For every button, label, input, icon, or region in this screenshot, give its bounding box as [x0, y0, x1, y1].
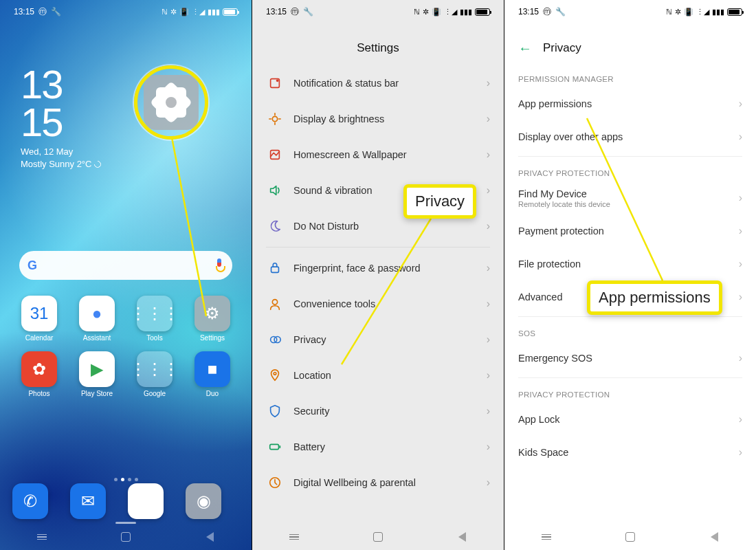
app-label: Google: [144, 390, 166, 397]
row-payment-protection[interactable]: Payment protection›: [504, 214, 756, 248]
nav-recents[interactable]: [287, 530, 301, 544]
section-header: PRIVACY PROTECTION: [504, 160, 756, 182]
row-display-over-other-apps[interactable]: Display over other apps›: [504, 120, 756, 153]
app-label: Settings: [200, 334, 225, 342]
nav-recents[interactable]: [35, 530, 49, 544]
row-file-protection[interactable]: File protection›: [504, 248, 756, 280]
nav-back[interactable]: [455, 530, 469, 544]
app-label: Photos: [28, 390, 49, 397]
chevron-right-icon: ›: [739, 258, 742, 270]
row-label: App Lock: [518, 414, 733, 425]
row-app-permissions[interactable]: App permissions›: [504, 87, 756, 120]
dock-camera[interactable]: ◉: [186, 483, 239, 519]
nav-home[interactable]: [623, 530, 637, 544]
nfc-icon: ℕ: [666, 8, 672, 16]
vibrate-icon: 📳: [432, 8, 441, 16]
dock-messages[interactable]: ✉: [70, 483, 124, 519]
app-play-store[interactable]: ▶Play Store: [70, 351, 124, 397]
divider: [518, 316, 742, 317]
row-emergency-sos[interactable]: Emergency SOS›: [504, 342, 756, 375]
clock-widget[interactable]: 13 15 Wed, 12 May Mostly Sunny 2°C: [21, 65, 101, 169]
battery-icon: [727, 8, 742, 16]
dock: ✆✉◉◉: [12, 483, 239, 519]
nfc-icon: ℕ: [162, 8, 168, 16]
chevron-right-icon: ›: [739, 225, 742, 237]
dock-icon: ◉: [128, 483, 164, 519]
app-settings[interactable]: ⚙Settings: [186, 296, 239, 342]
section-header: SOS: [504, 320, 756, 342]
app-icon: ✿: [21, 351, 57, 387]
google-logo-icon: G: [27, 258, 37, 273]
nav-home[interactable]: [371, 530, 385, 544]
section-header: PERMISSION MANAGER: [504, 65, 756, 87]
row-label: Payment protection: [518, 226, 733, 236]
app-assistant[interactable]: ●Assistant: [70, 296, 124, 342]
chevron-right-icon: ›: [739, 131, 742, 143]
row-find-my-device[interactable]: Find My DeviceRemotely locate this devic…: [504, 182, 756, 214]
refresh-icon: [93, 160, 102, 169]
app-label: Tools: [146, 334, 162, 342]
battery-icon: [223, 8, 238, 16]
dim-overlay: [252, 0, 504, 550]
settings-tile[interactable]: [144, 75, 199, 130]
clock-date: Wed, 12 May: [21, 146, 101, 157]
app-calendar[interactable]: 31Calendar: [12, 296, 66, 342]
vibrate-icon: 📳: [179, 8, 189, 16]
app-icon: ●: [79, 296, 115, 331]
m-icon: ⓜ: [543, 6, 551, 18]
chevron-right-icon: ›: [739, 98, 742, 110]
wrench-icon: 🔧: [555, 7, 566, 16]
row-label: Display over other apps: [518, 131, 733, 142]
chevron-right-icon: ›: [739, 291, 742, 303]
back-icon[interactable]: ←: [518, 41, 532, 56]
divider: [518, 156, 742, 157]
mic-icon[interactable]: [214, 258, 224, 272]
callout-privacy: Privacy: [403, 184, 476, 219]
dock-icon: ✆: [12, 483, 48, 519]
wifi-icon: ⋮◢: [696, 8, 709, 16]
nav-home[interactable]: [119, 530, 133, 544]
titlebar: ← Privacy: [504, 33, 756, 63]
wifi-icon: ⋮◢: [192, 8, 205, 16]
bluetooth-icon: ✲: [423, 8, 429, 16]
gear-icon: [156, 87, 186, 118]
clock-minutes: 15: [21, 103, 101, 141]
m-icon: ⓜ: [38, 6, 47, 18]
dock-chrome[interactable]: ◉: [128, 483, 181, 519]
row-app-lock[interactable]: App Lock›: [504, 403, 756, 436]
app-tools[interactable]: ⋮⋮⋮Tools: [128, 296, 181, 342]
app-icon: ▶: [79, 351, 115, 387]
clock-hours: 13: [21, 65, 101, 103]
dock-icon: ◉: [186, 483, 221, 519]
nav-recents[interactable]: [540, 530, 553, 544]
app-google[interactable]: ⋮⋮⋮Google: [128, 351, 181, 397]
chevron-right-icon: ›: [739, 413, 742, 426]
nav-bar: [504, 524, 756, 550]
bluetooth-icon: ✲: [170, 8, 177, 16]
row-kids-space[interactable]: Kids Space›: [504, 436, 756, 469]
app-label: Calendar: [25, 334, 54, 342]
chevron-right-icon: ›: [739, 446, 742, 459]
app-icon: 31: [21, 296, 57, 331]
app-duo[interactable]: ■Duo: [186, 351, 239, 397]
dock-icon: ✉: [70, 483, 106, 519]
chevron-right-icon: ›: [739, 352, 742, 364]
app-icon: ⋮⋮⋮: [137, 351, 173, 387]
nav-back[interactable]: [203, 530, 216, 544]
app-photos[interactable]: ✿Photos: [12, 351, 66, 397]
status-time: 13:15: [14, 7, 34, 16]
signal-icon: ▮▮▮: [208, 8, 220, 16]
nav-bar: [252, 524, 504, 550]
dock-phone[interactable]: ✆: [12, 483, 66, 519]
divider: [518, 377, 742, 378]
status-time: 13:15: [266, 7, 287, 16]
app-label: Assistant: [83, 334, 111, 342]
status-bar: 13:15 ⓜ 🔧 ℕ ✲ 📳 ⋮◢ ▮▮▮: [0, 0, 252, 23]
nav-back[interactable]: [707, 530, 721, 544]
google-search-bar[interactable]: G: [19, 251, 232, 280]
m-icon: ⓜ: [291, 6, 299, 18]
status-time: 13:15: [518, 7, 539, 16]
home-screen: 13:15 ⓜ 🔧 ℕ ✲ 📳 ⋮◢ ▮▮▮ 13 15 Wed, 12 May…: [0, 0, 252, 550]
settings-widget-highlight[interactable]: [134, 65, 208, 140]
page-indicator: [0, 478, 252, 481]
